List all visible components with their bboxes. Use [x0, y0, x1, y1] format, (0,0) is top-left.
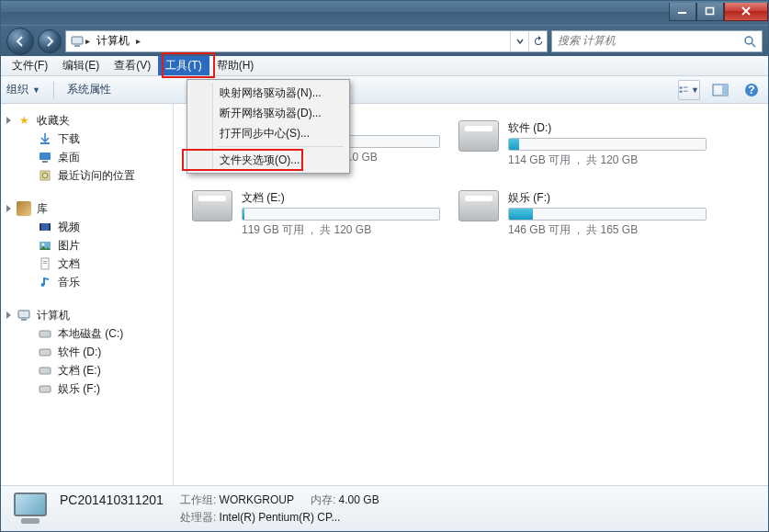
sidebar-group-libraries: 库 视频 图片 文档 音乐: [1, 199, 173, 291]
expand-icon: [6, 311, 11, 319]
status-bar: PC201410311201 工作组: WORKGROUP 内存: 4.00 G…: [1, 485, 768, 531]
svg-rect-32: [40, 386, 51, 392]
breadcrumb[interactable]: ▸ 计算机 ▸: [83, 31, 143, 51]
svg-point-22: [42, 243, 45, 246]
svg-rect-3: [74, 45, 80, 47]
computer-large-icon: [10, 491, 51, 527]
menu-edit[interactable]: 编辑(E): [55, 56, 107, 75]
breadcrumb-segment[interactable]: 计算机: [93, 33, 133, 49]
svg-rect-24: [43, 261, 47, 262]
svg-rect-15: [42, 161, 48, 163]
svg-rect-29: [40, 331, 51, 337]
menu-open-sync-center[interactable]: 打开同步中心(S)...: [190, 123, 346, 143]
help-icon: ?: [744, 83, 759, 97]
svg-rect-31: [40, 368, 51, 374]
sidebar-item-documents[interactable]: 文档: [1, 255, 173, 273]
nav-forward-button[interactable]: [38, 29, 62, 53]
chevron-right-icon: ▸: [83, 36, 93, 46]
svg-rect-25: [43, 263, 47, 264]
drive-icon: [38, 345, 52, 359]
drive-item[interactable]: 娱乐 (F:) 146 GB 可用 ， 共 165 GB: [458, 190, 707, 238]
sidebar-item-drive-e[interactable]: 文档 (E:): [1, 361, 173, 379]
drive-icon: [38, 363, 52, 378]
chevron-down-icon: ▼: [691, 85, 699, 95]
chevron-down-icon: [516, 38, 524, 45]
menu-tools[interactable]: 工具(T): [158, 56, 209, 75]
svg-rect-2: [72, 37, 83, 44]
svg-text:?: ?: [748, 84, 754, 96]
sidebar-group-favorites: ★ 收藏夹 下载 桌面 最近访问的位置: [1, 111, 173, 185]
sidebar-item-video[interactable]: 视频: [1, 218, 173, 236]
drive-item[interactable]: 文档 (E:) 119 GB 可用 ， 共 120 GB: [192, 190, 440, 238]
desktop-icon: [38, 150, 52, 164]
expand-icon: [6, 205, 11, 212]
help-button[interactable]: ?: [741, 80, 763, 100]
menu-map-network-drive[interactable]: 映射网络驱动器(N)...: [190, 83, 346, 103]
search-input[interactable]: 搜索 计算机: [551, 30, 763, 52]
arrow-left-icon: [14, 35, 27, 48]
svg-point-26: [41, 283, 45, 287]
explorer-window: ▸ 计算机 ▸ 搜索 计算机 文件(F) 编辑(E) 查看(V) 工具: [0, 0, 769, 532]
sidebar-head-computer[interactable]: 计算机: [1, 306, 173, 324]
sidebar-item-drive-c[interactable]: 本地磁盘 (C:): [1, 324, 173, 343]
menu-folder-options[interactable]: 文件夹选项(O)...: [190, 150, 346, 170]
sidebar-item-downloads[interactable]: 下载: [1, 130, 173, 148]
sidebar-group-computer: 计算机 本地磁盘 (C:) 软件 (D:) 文档 (E:) 娱乐 (F:): [1, 306, 173, 398]
svg-rect-1: [707, 8, 714, 15]
menubar: 文件(F) 编辑(E) 查看(V) 工具(T) 帮助(H): [1, 56, 768, 76]
sidebar-head-libraries[interactable]: 库: [1, 199, 173, 218]
drive-subtext: 119 GB 可用 ， 共 120 GB: [242, 222, 440, 238]
menu-file[interactable]: 文件(F): [5, 56, 55, 75]
svg-rect-28: [21, 319, 27, 321]
arrow-right-icon: [43, 35, 56, 48]
svg-point-4: [745, 37, 752, 44]
computer-name: PC201410311201: [60, 492, 164, 508]
drive-usage-bar: [242, 208, 440, 221]
svg-rect-8: [684, 90, 688, 91]
sidebar-item-desktop[interactable]: 桌面: [1, 148, 173, 166]
address-bar[interactable]: ▸ 计算机 ▸: [65, 30, 548, 52]
preview-pane-icon: [712, 84, 729, 96]
drive-item[interactable]: 软件 (D:) 114 GB 可用 ， 共 120 GB: [458, 120, 707, 168]
drive-icon: [38, 326, 52, 341]
separator: [218, 146, 344, 147]
toolbar-organize[interactable]: 组织▼: [6, 82, 40, 97]
preview-pane-button[interactable]: [709, 80, 731, 100]
sidebar: ★ 收藏夹 下载 桌面 最近访问的位置 库 视频 图片 文档 音乐: [1, 104, 174, 485]
svg-rect-19: [40, 223, 41, 231]
svg-rect-27: [18, 311, 29, 318]
toolbar-system-properties[interactable]: 系统属性: [67, 82, 111, 97]
drive-icon: [458, 120, 499, 152]
address-right-buttons: [510, 31, 547, 51]
minimize-icon: [677, 6, 688, 16]
menu-disconnect-network-drive[interactable]: 断开网络驱动器(D)...: [190, 103, 346, 123]
menu-view[interactable]: 查看(V): [107, 56, 158, 75]
sidebar-item-music[interactable]: 音乐: [1, 273, 173, 291]
nav-back-button[interactable]: [6, 28, 34, 55]
drive-icon: [192, 190, 232, 221]
minimize-button[interactable]: [669, 3, 696, 21]
separator: [53, 82, 54, 98]
maximize-button[interactable]: [696, 3, 724, 21]
document-icon: [38, 256, 52, 271]
drive-icon: [38, 381, 52, 396]
sidebar-head-favorites[interactable]: ★ 收藏夹: [1, 111, 173, 130]
search-icon: [743, 35, 756, 48]
menu-help[interactable]: 帮助(H): [209, 56, 262, 75]
address-dropdown-button[interactable]: [510, 31, 528, 51]
expand-icon: [6, 117, 11, 124]
music-icon: [38, 275, 52, 289]
drive-usage-bar: [508, 138, 707, 151]
svg-rect-6: [680, 90, 683, 92]
view-mode-button[interactable]: ▼: [678, 80, 700, 100]
drive-subtext: 146 GB 可用 ， 共 165 GB: [508, 222, 707, 238]
sidebar-item-drive-f[interactable]: 娱乐 (F:): [1, 379, 173, 398]
titlebar: [1, 1, 768, 25]
close-button[interactable]: [724, 3, 768, 21]
computer-icon: [17, 308, 31, 323]
sidebar-item-recent[interactable]: 最近访问的位置: [1, 166, 173, 185]
sidebar-item-pictures[interactable]: 图片: [1, 236, 173, 255]
sidebar-item-drive-d[interactable]: 软件 (D:): [1, 343, 173, 361]
window-buttons: [669, 3, 768, 21]
refresh-button[interactable]: [528, 31, 547, 51]
